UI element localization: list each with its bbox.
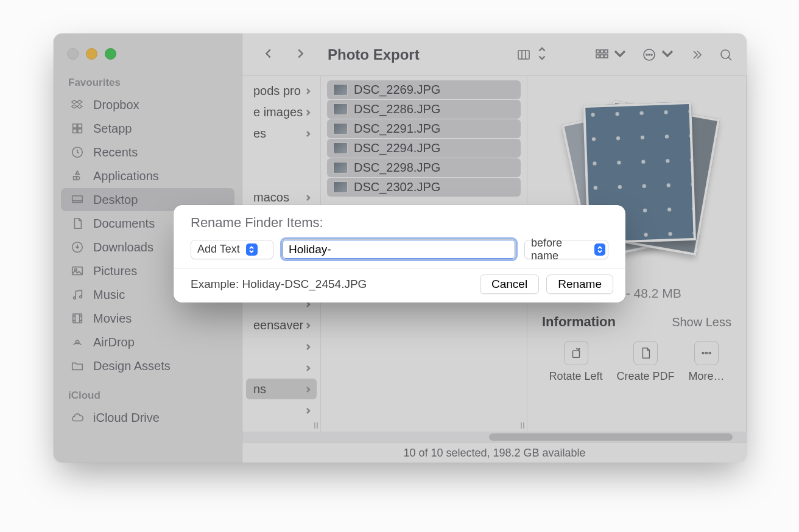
svg-point-26 <box>702 352 704 354</box>
chevron-updown-icon <box>246 243 258 256</box>
folder-row[interactable] <box>246 166 317 186</box>
file-thumbnail <box>333 103 348 115</box>
forward-button[interactable] <box>294 47 307 63</box>
folder-row-label: macos <box>253 191 289 205</box>
svg-point-20 <box>644 49 655 60</box>
svg-point-28 <box>709 352 711 354</box>
folder-row[interactable] <box>246 336 317 357</box>
maximize-window-button[interactable] <box>105 48 116 60</box>
group-by-button[interactable] <box>594 46 627 63</box>
svg-rect-13 <box>518 51 529 59</box>
svg-point-24 <box>721 50 730 58</box>
sidebar-item-airdrop[interactable]: AirDrop <box>61 331 234 354</box>
back-button[interactable] <box>262 47 275 63</box>
folder-row[interactable]: eensaver <box>246 315 317 335</box>
svg-rect-11 <box>73 314 82 323</box>
more-icon <box>694 341 719 365</box>
cloud-icon <box>69 410 85 425</box>
sidebar-item-label: Setapp <box>93 122 132 136</box>
quick-action-rotate-left[interactable]: Rotate Left <box>549 341 602 383</box>
folder-row-label: es <box>253 127 266 141</box>
music-icon <box>69 287 85 302</box>
airdrop-icon <box>69 335 85 349</box>
quick-action-label: Rotate Left <box>549 370 602 383</box>
chevron-right-icon <box>304 318 312 332</box>
folder-row[interactable] <box>246 400 317 421</box>
svg-rect-19 <box>605 55 608 58</box>
file-row[interactable]: DSC_2286.JPG <box>327 100 521 119</box>
chevron-right-icon <box>304 84 312 98</box>
svg-rect-1 <box>78 124 82 128</box>
svg-rect-14 <box>596 50 599 53</box>
rename-button[interactable]: Rename <box>546 275 613 294</box>
sidebar-item-label: Documents <box>93 217 155 231</box>
sidebar-item-label: AirDrop <box>93 335 135 349</box>
desktop-icon <box>69 192 85 207</box>
sidebar-item-label: Applications <box>93 169 159 183</box>
rename-position-dropdown[interactable]: before name <box>524 240 608 259</box>
rename-text-input[interactable] <box>282 239 516 259</box>
view-columns-button[interactable] <box>516 46 549 63</box>
file-row[interactable]: DSC_2302.JPG <box>327 178 521 197</box>
svg-point-22 <box>649 54 650 55</box>
file-row[interactable]: DSC_2298.JPG <box>327 158 521 177</box>
sidebar-item-icloud-drive[interactable]: iCloud Drive <box>61 406 234 429</box>
quick-action-more[interactable]: More… <box>688 341 724 383</box>
svg-point-9 <box>74 297 76 299</box>
svg-point-27 <box>706 352 708 354</box>
svg-rect-18 <box>600 55 604 58</box>
sidebar-item-movies[interactable]: Movies <box>61 307 234 330</box>
quick-action-create-pdf[interactable]: Create PDF <box>616 341 674 383</box>
sidebar-item-applications[interactable]: Applications <box>61 164 234 187</box>
sidebar-item-design-assets[interactable]: Design Assets <box>61 354 234 377</box>
quick-actions: Rotate Left Create PDF More… <box>542 341 731 383</box>
svg-rect-0 <box>73 124 77 128</box>
doc-icon <box>633 341 658 365</box>
chevron-right-icon <box>304 382 312 396</box>
folder-row[interactable]: pods pro <box>246 80 317 101</box>
file-name: DSC_2294.JPG <box>354 141 440 155</box>
sidebar-heading-icloud: iCloud <box>61 386 234 405</box>
sidebar-item-setapp[interactable]: Setapp <box>61 117 234 140</box>
sidebar-item-label: Music <box>93 288 125 302</box>
file-name: DSC_2298.JPG <box>354 161 440 175</box>
folder-row[interactable] <box>246 357 317 378</box>
folder-row[interactable]: macos <box>246 187 317 208</box>
preview-info-heading: Information <box>542 314 616 330</box>
svg-rect-5 <box>72 196 83 203</box>
file-row[interactable]: DSC_2294.JPG <box>327 139 521 158</box>
action-menu-button[interactable] <box>642 46 675 63</box>
cancel-button[interactable]: Cancel <box>480 275 539 294</box>
chevron-down-icon <box>613 46 627 63</box>
rename-mode-dropdown[interactable]: Add Text <box>191 240 273 259</box>
chevron-right-icon <box>304 191 312 205</box>
column-resize-handle[interactable] <box>518 419 527 432</box>
svg-point-21 <box>646 54 647 55</box>
sidebar-item-label: iCloud Drive <box>93 411 160 425</box>
folder-row[interactable]: e images <box>246 102 317 122</box>
file-name: DSC_2269.JPG <box>354 83 440 97</box>
folder-row[interactable] <box>246 144 317 165</box>
close-window-button[interactable] <box>67 48 79 60</box>
chevron-down-icon <box>660 46 675 63</box>
show-less-button[interactable]: Show Less <box>672 315 731 329</box>
download-icon <box>69 240 85 254</box>
toolbar-overflow-button[interactable] <box>689 47 704 62</box>
file-thumbnail <box>333 123 348 135</box>
puzzle-icon <box>69 121 85 136</box>
minimize-window-button[interactable] <box>86 48 97 60</box>
dropdown-value: Add Text <box>197 243 240 256</box>
sidebar-item-label: Downloads <box>93 240 153 254</box>
folder-row-label: ns <box>253 382 266 396</box>
file-row[interactable]: DSC_2269.JPG <box>327 80 521 99</box>
folder-row[interactable]: es <box>246 123 317 144</box>
folder-row-label: pods pro <box>253 84 301 98</box>
file-row[interactable]: DSC_2291.JPG <box>327 119 521 138</box>
folder-row[interactable]: ns <box>246 379 317 399</box>
scrollbar-thumb[interactable] <box>489 433 733 441</box>
search-button[interactable] <box>719 47 733 62</box>
horizontal-scrollbar[interactable] <box>242 432 747 443</box>
sidebar-item-recents[interactable]: Recents <box>61 141 234 164</box>
sidebar-item-dropbox[interactable]: Dropbox <box>61 93 234 116</box>
column-resize-handle[interactable] <box>312 419 320 432</box>
